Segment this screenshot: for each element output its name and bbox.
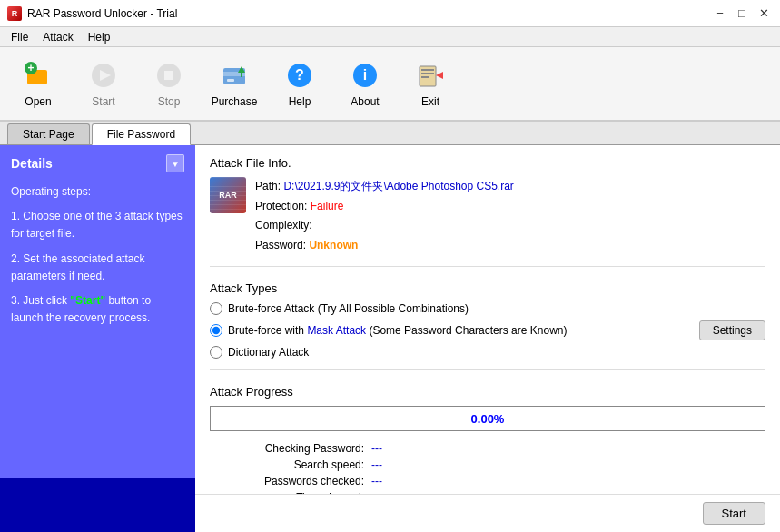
attack-types-section: Attack Types Brute-force Attack (Try All… <box>210 281 765 370</box>
steps-header: Operating steps: <box>11 183 184 201</box>
file-path-value: D:\2021.9.9的文件夹\Adobe Photoshop CS5.rar <box>283 180 513 192</box>
bottom-bar: Start <box>195 494 780 532</box>
stats-grid: Checking Password: --- Search speed: ---… <box>210 442 765 494</box>
help-label: Help <box>289 95 311 108</box>
left-panel-header: Details ▼ <box>11 154 184 172</box>
file-password-value: Unknown <box>309 239 358 251</box>
attack-types-title: Attack Types <box>210 281 765 295</box>
attack-option-1-row: Brute-force Attack (Try All Possible Com… <box>210 302 765 315</box>
progress-bar-outer: 0.00% <box>210 406 765 431</box>
file-info-box: RAR Path: D:\2021.9.9的文件夹\Adobe Photosho… <box>210 177 765 267</box>
step-2: 2. Set the associated attack parameters … <box>11 251 184 285</box>
menu-attack[interactable]: Attack <box>35 29 80 45</box>
attack-option-1-radio[interactable] <box>210 302 222 315</box>
attack-option-3-label[interactable]: Dictionary Attack <box>210 346 309 359</box>
svg-rect-7 <box>164 71 173 80</box>
step-3: 3. Just click "Start" button to launch t… <box>11 292 184 327</box>
help-icon: ? <box>283 59 316 92</box>
attack-option-3-radio[interactable] <box>210 346 222 359</box>
purchase-label: Purchase <box>212 95 258 108</box>
right-panel: Attack File Info. RAR Path: D:\2021.9.9的… <box>195 145 780 494</box>
svg-rect-19 <box>421 73 434 74</box>
title-bar-left: R RAR Password Unlocker - Trial <box>7 6 177 21</box>
about-button[interactable]: i About <box>334 52 396 115</box>
about-label: About <box>351 95 379 108</box>
progress-section: Attack Progress 0.00% Checking Password:… <box>210 385 765 494</box>
menu-file[interactable]: File <box>4 29 35 45</box>
stat-checking-value: --- <box>371 442 765 455</box>
progress-text: 0.00% <box>471 412 505 426</box>
svg-rect-18 <box>421 69 434 71</box>
menu-help[interactable]: Help <box>81 29 118 45</box>
stat-checked-label: Passwords checked: <box>264 475 364 488</box>
settings-button[interactable]: Settings <box>699 320 765 340</box>
file-info-title: Attack File Info. <box>210 156 765 170</box>
attack-option-3-row: Dictionary Attack <box>210 346 765 359</box>
left-panel-bottom <box>0 478 195 532</box>
window-title: RAR Password Unlocker - Trial <box>27 7 177 20</box>
file-details: Path: D:\2021.9.9的文件夹\Adobe Photoshop CS… <box>255 177 514 255</box>
progress-title: Attack Progress <box>210 385 765 399</box>
mask-attack-text: Brute-force with Mask Attack (Some Passw… <box>228 324 567 337</box>
svg-text:i: i <box>363 67 367 83</box>
stat-checking-label: Checking Password: <box>264 442 364 455</box>
start-icon <box>87 59 120 92</box>
open-button[interactable]: + Open <box>7 52 69 115</box>
tab-start-page[interactable]: Start Page <box>7 123 90 144</box>
left-panel-body: Operating steps: 1. Choose one of the 3 … <box>11 183 184 327</box>
start-action-button[interactable]: Start <box>703 502 765 525</box>
stat-speed-value: --- <box>371 458 765 471</box>
file-path-row: Path: D:\2021.9.9的文件夹\Adobe Photoshop CS… <box>255 177 514 197</box>
exit-icon <box>414 59 447 92</box>
file-protection-row: Protection: Failure <box>255 197 514 217</box>
attack-option-2-radio[interactable] <box>210 324 222 337</box>
title-bar-controls: − □ ✕ <box>711 5 773 23</box>
start-button[interactable]: Start <box>73 52 134 115</box>
menu-bar: File Attack Help <box>0 27 780 47</box>
purchase-icon <box>218 59 251 92</box>
help-button[interactable]: ? Help <box>269 52 331 115</box>
radio-group: Brute-force Attack (Try All Possible Com… <box>210 302 765 359</box>
file-protection-value: Failure <box>311 200 344 212</box>
close-button[interactable]: ✕ <box>755 5 773 23</box>
svg-rect-20 <box>421 76 429 78</box>
about-icon: i <box>349 59 381 92</box>
svg-rect-12 <box>241 73 242 77</box>
title-bar: R RAR Password Unlocker - Trial − □ ✕ <box>0 0 780 27</box>
main-content: Details ▼ Operating steps: 1. Choose one… <box>0 145 780 532</box>
file-password-row: Password: Unknown <box>255 236 514 256</box>
stop-label: Stop <box>158 95 181 108</box>
open-icon: + <box>22 59 54 92</box>
stat-checked-value: --- <box>371 475 765 488</box>
tabs-area: Start Page File Password <box>0 122 780 145</box>
file-complexity-row: Complexity: <box>255 216 514 236</box>
details-title: Details <box>11 156 53 171</box>
maximize-button[interactable]: □ <box>733 5 751 23</box>
app-icon: R <box>7 6 22 21</box>
start-highlight: "Start" <box>70 294 105 307</box>
stop-button[interactable]: Stop <box>138 52 200 115</box>
exit-label: Exit <box>421 95 439 108</box>
panel-toggle[interactable]: ▼ <box>166 154 184 172</box>
svg-rect-10 <box>227 79 234 82</box>
open-label: Open <box>25 95 51 108</box>
exit-button[interactable]: Exit <box>400 52 461 115</box>
stat-speed-label: Search speed: <box>264 458 364 471</box>
svg-text:?: ? <box>295 67 304 83</box>
svg-marker-21 <box>436 72 443 79</box>
purchase-button[interactable]: Purchase <box>203 52 265 115</box>
attack-option-1-label[interactable]: Brute-force Attack (Try All Possible Com… <box>210 302 469 315</box>
attack-option-2-row: Brute-force with Mask Attack (Some Passw… <box>210 320 765 340</box>
start-label: Start <box>92 95 114 108</box>
step-1: 1. Choose one of the 3 attack types for … <box>11 208 184 242</box>
attack-option-2-label[interactable]: Brute-force with Mask Attack (Some Passw… <box>210 324 567 337</box>
toolbar: + Open Start Stop <box>0 47 780 122</box>
file-icon: RAR <box>210 177 246 213</box>
svg-text:+: + <box>27 62 34 74</box>
stop-icon <box>153 59 185 92</box>
left-panel: Details ▼ Operating steps: 1. Choose one… <box>0 145 195 532</box>
tab-file-password[interactable]: File Password <box>92 123 191 145</box>
minimize-button[interactable]: − <box>711 5 729 23</box>
